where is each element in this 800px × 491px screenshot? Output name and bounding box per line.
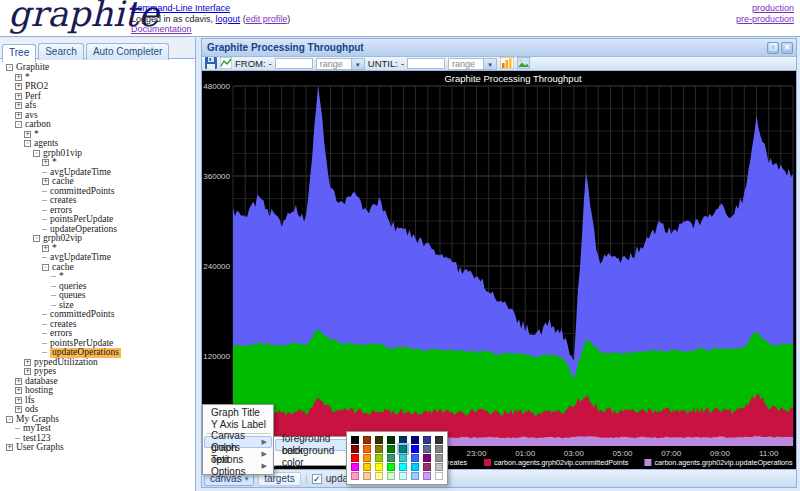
- color-swatch-000000[interactable]: [351, 436, 359, 444]
- color-swatch-99cc00[interactable]: [375, 454, 383, 462]
- expand-icon[interactable]: +: [42, 245, 49, 252]
- auto-update-checkbox[interactable]: ✓: [312, 474, 322, 484]
- logout-link[interactable]: logout: [216, 14, 241, 24]
- collapse-icon[interactable]: -: [15, 121, 22, 128]
- tree-node-grph01vip[interactable]: -grph01vip: [3, 149, 195, 159]
- tree-node-committedpoints[interactable]: committedPoints: [3, 187, 195, 197]
- tree-node-agents[interactable]: -agents: [3, 139, 195, 149]
- color-swatch-ccffff[interactable]: [399, 472, 407, 480]
- color-swatch-808080[interactable]: [435, 445, 443, 453]
- color-swatch-333333[interactable]: [435, 436, 443, 444]
- color-swatch-00ffff[interactable]: [399, 463, 407, 471]
- color-swatch-c0c0c0[interactable]: [435, 463, 443, 471]
- color-swatch-993366[interactable]: [423, 463, 431, 471]
- tree-node-updateoperations[interactable]: updateOperations: [3, 225, 195, 235]
- tree-node-avgupdatetime[interactable]: avgUpdateTime: [3, 168, 195, 178]
- expand-icon[interactable]: +: [15, 93, 22, 100]
- collapse-icon[interactable]: -: [6, 416, 13, 423]
- color-swatch-969696[interactable]: [435, 454, 443, 462]
- edit-profile-link[interactable]: edit profile: [246, 14, 288, 24]
- tree-node-queries[interactable]: queries: [3, 282, 195, 292]
- color-swatch-99ccff[interactable]: [411, 472, 419, 480]
- color-swatch-800000[interactable]: [351, 445, 359, 453]
- bar-chart-icon[interactable]: [500, 57, 514, 71]
- color-swatch-333399[interactable]: [423, 436, 431, 444]
- image-export-icon[interactable]: [517, 57, 530, 71]
- expand-icon[interactable]: +: [42, 159, 49, 166]
- until-range-combo[interactable]: range ▾: [448, 58, 497, 70]
- menu-item-text-options[interactable]: Text Options▶: [204, 460, 272, 472]
- color-swatch-008080[interactable]: [399, 445, 407, 453]
- color-swatch-808000[interactable]: [375, 445, 383, 453]
- chevron-down-icon[interactable]: ▾: [351, 59, 364, 69]
- expand-icon[interactable]: +: [15, 74, 22, 81]
- color-swatch-003366[interactable]: [399, 436, 407, 444]
- tree-node-[interactable]: +*: [3, 130, 195, 140]
- color-swatch-ff6600[interactable]: [363, 445, 371, 453]
- expand-icon[interactable]: +: [24, 368, 31, 375]
- color-swatch-33cccc[interactable]: [399, 454, 407, 462]
- color-swatch-3366ff[interactable]: [411, 454, 419, 462]
- color-swatch-00ff00[interactable]: [387, 463, 395, 471]
- collapse-icon[interactable]: -: [6, 64, 13, 71]
- tree-node-creates[interactable]: creates: [3, 196, 195, 206]
- tree-node-grph02vip[interactable]: -grph02vip: [3, 234, 195, 244]
- expand-icon[interactable]: +: [15, 102, 22, 109]
- expand-icon[interactable]: +: [42, 178, 49, 185]
- from-input[interactable]: [275, 58, 313, 69]
- color-swatch-666699[interactable]: [423, 445, 431, 453]
- color-swatch-ffcc00[interactable]: [363, 463, 371, 471]
- expand-icon[interactable]: +: [6, 444, 13, 451]
- tree-node-carbon[interactable]: -carbon: [3, 120, 195, 130]
- color-swatch-333300[interactable]: [375, 436, 383, 444]
- production-link[interactable]: production: [752, 3, 794, 13]
- pre-production-link[interactable]: pre-production: [736, 14, 794, 24]
- save-icon[interactable]: [205, 57, 217, 71]
- expand-icon[interactable]: +: [24, 359, 31, 366]
- tree-node-queues[interactable]: queues: [3, 291, 195, 301]
- expand-icon[interactable]: +: [15, 397, 22, 404]
- expand-icon[interactable]: +: [24, 131, 31, 138]
- from-range-combo[interactable]: range ▾: [316, 58, 365, 70]
- line-graph-icon[interactable]: [220, 57, 232, 71]
- window-titlebar[interactable]: Graphite Processing Throughput ❐ ✕: [202, 39, 796, 57]
- color-swatch-ccffcc[interactable]: [387, 472, 395, 480]
- tree-node-graphite[interactable]: -Graphite: [3, 63, 195, 73]
- restore-icon[interactable]: ❐: [767, 42, 779, 54]
- tab-auto-completer[interactable]: Auto Completer: [86, 43, 169, 60]
- color-swatch-003300[interactable]: [387, 436, 395, 444]
- cli-link[interactable]: Command-Line Interface: [131, 3, 230, 13]
- color-swatch-800080[interactable]: [423, 454, 431, 462]
- documentation-link[interactable]: Documentation: [131, 24, 192, 34]
- color-swatch-0000ff[interactable]: [411, 445, 419, 453]
- color-swatch-339966[interactable]: [387, 454, 395, 462]
- expand-icon[interactable]: +: [15, 378, 22, 385]
- collapse-icon[interactable]: -: [33, 150, 40, 157]
- close-icon[interactable]: ✕: [781, 42, 793, 54]
- color-swatch-000080[interactable]: [411, 436, 419, 444]
- tree-node-updateoperations[interactable]: updateOperations: [3, 348, 195, 358]
- chevron-down-icon[interactable]: ▾: [483, 59, 496, 69]
- menu-item-graph-title[interactable]: Graph Title: [204, 407, 272, 419]
- chart-area[interactable]: 12000024000036000048000013:0015:0017:001…: [202, 71, 796, 469]
- color-swatch-008000[interactable]: [387, 445, 395, 453]
- tree-node-cache[interactable]: -cache: [3, 263, 195, 273]
- tree-node-user-graphs[interactable]: +User Graphs: [3, 443, 195, 453]
- color-swatch-ffcc99[interactable]: [363, 472, 371, 480]
- color-swatch-ff0000[interactable]: [351, 454, 359, 462]
- color-swatch-ff9900[interactable]: [363, 454, 371, 462]
- tree-node-creates[interactable]: creates: [3, 320, 195, 330]
- color-swatch-00ccff[interactable]: [411, 463, 419, 471]
- color-swatch-993300[interactable]: [363, 436, 371, 444]
- tree-node-[interactable]: *: [3, 272, 195, 282]
- tree-node-avgupdatetime[interactable]: avgUpdateTime: [3, 253, 195, 263]
- color-swatch-ffff99[interactable]: [375, 472, 383, 480]
- tab-search[interactable]: Search: [38, 43, 84, 60]
- color-swatch-ffffff[interactable]: [435, 472, 443, 480]
- tree-node-pypedutilization[interactable]: +pypedUtilization: [3, 358, 195, 368]
- collapse-icon[interactable]: -: [24, 140, 31, 147]
- color-swatch-ffff00[interactable]: [375, 463, 383, 471]
- collapse-icon[interactable]: -: [33, 235, 40, 242]
- expand-icon[interactable]: +: [15, 83, 22, 90]
- color-swatch-ff00ff[interactable]: [351, 463, 359, 471]
